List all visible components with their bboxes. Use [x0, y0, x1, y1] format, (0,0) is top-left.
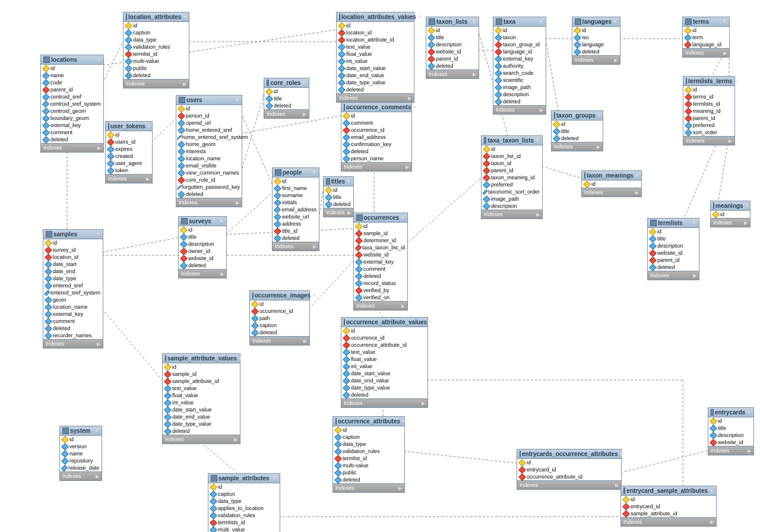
attribute-row[interactable]: centroid_geom	[41, 107, 103, 115]
entity-terms[interactable]: terms▼idtermlanguage_idIndexes▶	[682, 17, 730, 58]
attribute-row[interactable]: taxonomic_sort_order	[482, 188, 542, 195]
attribute-row[interactable]: comment	[43, 318, 103, 325]
indexes-footer[interactable]: Indexes▶	[582, 188, 641, 197]
attribute-row[interactable]: entrycard_id	[621, 503, 716, 510]
entity-header[interactable]: user_tokens▼	[106, 122, 152, 131]
attribute-row[interactable]: occurrence_attribute_id	[341, 341, 428, 349]
entity-taxon_meanings[interactable]: taxon_meanings▼idIndexes▶	[581, 170, 642, 197]
attribute-row[interactable]: description	[482, 202, 542, 210]
attribute-row[interactable]: id	[250, 300, 309, 308]
attribute-row[interactable]: title	[264, 95, 309, 102]
attribute-row[interactable]: image_path	[493, 84, 546, 91]
attribute-row[interactable]: id	[517, 459, 621, 466]
attribute-row[interactable]: validation_rules	[208, 512, 280, 519]
entity-occurrences[interactable]: occurrences▼idsample_iddeterminer_idtaxa…	[353, 213, 408, 311]
entity-occurrence_images[interactable]: occurrence_images▼idoccurrence_idpathcap…	[249, 290, 310, 346]
attribute-row[interactable]: deleted	[163, 428, 240, 435]
attribute-row[interactable]: address	[273, 220, 319, 227]
attribute-row[interactable]: data_type	[333, 441, 404, 448]
indexes-footer[interactable]: Indexes▶	[124, 79, 189, 88]
attribute-row[interactable]: external_key	[41, 122, 103, 129]
attribute-row[interactable]: deleted	[176, 191, 242, 198]
attribute-row[interactable]: caption	[333, 433, 404, 441]
attribute-row[interactable]: date_end_value	[337, 72, 414, 79]
entity-location_attributes[interactable]: location_attributes▼idcaptiondata_typeva…	[123, 12, 189, 88]
attribute-row[interactable]: confirmation_key	[341, 141, 411, 148]
attribute-row[interactable]: date_type_value	[337, 79, 414, 86]
attribute-row[interactable]: title	[648, 235, 699, 242]
attribute-row[interactable]: taxon_meaning_id	[482, 174, 542, 181]
attribute-row[interactable]: language	[572, 41, 620, 48]
attribute-row[interactable]: entered_sref	[43, 282, 103, 289]
attribute-row[interactable]: caption	[208, 490, 280, 498]
attribute-row[interactable]: id	[683, 27, 729, 34]
indexes-footer[interactable]: Indexes▶	[683, 48, 729, 57]
attribute-row[interactable]: occurrence_attribute_id	[517, 473, 621, 480]
attribute-row[interactable]: entrycard_id	[517, 466, 621, 473]
attribute-row[interactable]: name	[41, 72, 103, 79]
indexes-footer[interactable]: Indexes▶	[176, 198, 242, 207]
entity-header[interactable]: termlists_terms▼	[683, 77, 734, 86]
attribute-row[interactable]: date_type_value	[163, 420, 240, 428]
indexes-footer[interactable]: Indexes▶	[163, 435, 240, 444]
attribute-row[interactable]: person_name	[341, 155, 411, 162]
attribute-row[interactable]: id	[354, 223, 407, 230]
entity-header[interactable]: system▼	[60, 426, 102, 436]
attribute-row[interactable]: date_start_value	[341, 370, 428, 377]
entity-termlists_terms[interactable]: termlists_terms▼idterms_idtermlists_idme…	[683, 76, 735, 145]
attribute-row[interactable]: language_id	[493, 48, 546, 55]
attribute-row[interactable]: location_id	[337, 29, 414, 36]
entity-samples[interactable]: samples▼idsurvey_idlocation_iddate_start…	[43, 229, 103, 349]
attribute-row[interactable]: id	[179, 226, 226, 233]
entity-header[interactable]: taxon_groups▼	[552, 111, 603, 121]
attribute-row[interactable]: date_start_value	[337, 65, 414, 72]
entity-titles[interactable]: titles▼idtitledeletedIndexes▶	[323, 176, 354, 217]
attribute-row[interactable]: taxon_id	[482, 160, 542, 167]
attribute-row[interactable]: int_value	[341, 363, 428, 370]
entity-header[interactable]: terms▼	[683, 17, 729, 27]
attribute-row[interactable]: preferred	[482, 181, 542, 188]
attribute-row[interactable]: description	[426, 41, 479, 48]
entity-termlists[interactable]: termlists▼idtitledescriptionwebsite_idpa…	[647, 218, 699, 280]
indexes-footer[interactable]: Indexes▶	[250, 336, 309, 345]
attribute-row[interactable]: users_id	[106, 138, 152, 145]
entity-header[interactable]: meanings▼	[711, 201, 750, 211]
attribute-row[interactable]: applies_to_location	[208, 505, 280, 512]
attribute-row[interactable]: title	[324, 194, 353, 201]
attribute-row[interactable]: home_geom	[176, 141, 242, 148]
entity-system[interactable]: system▼idversionnamerepositoryrelease_da…	[59, 426, 102, 481]
attribute-row[interactable]: core_role_id	[176, 176, 242, 183]
attribute-row[interactable]: id	[341, 327, 428, 334]
attribute-row[interactable]: deleted	[333, 476, 404, 483]
attribute-row[interactable]: id	[493, 27, 546, 34]
attribute-row[interactable]: sample_id	[163, 370, 240, 378]
attribute-row[interactable]: home_entered_sref	[176, 126, 242, 134]
indexes-footer[interactable]: Indexes▶	[621, 517, 716, 526]
attribute-row[interactable]: deleted	[264, 102, 309, 109]
attribute-row[interactable]: description	[493, 91, 546, 98]
attribute-row[interactable]: website_url	[273, 213, 319, 220]
attribute-row[interactable]: iso	[572, 34, 620, 41]
attribute-row[interactable]: taxa_taxon_list_id	[354, 244, 407, 251]
entity-taxa[interactable]: taxa▼idtaxontaxon_group_idlanguage_idext…	[493, 17, 546, 115]
entity-entrycards[interactable]: entrycards▼idtitledescriptionwebsite_idI…	[708, 407, 754, 455]
attribute-row[interactable]: float_value	[341, 356, 428, 363]
attribute-row[interactable]: deleted	[341, 391, 428, 398]
attribute-row[interactable]: float_value	[163, 392, 240, 399]
attribute-row[interactable]: description	[708, 432, 753, 439]
attribute-row[interactable]: id	[552, 121, 603, 128]
attribute-row[interactable]: multi_value	[208, 526, 280, 532]
entity-taxon_groups[interactable]: taxon_groups▼idtitledeletedIndexes▶	[551, 110, 603, 151]
attribute-row[interactable]: survey_id	[43, 246, 103, 254]
attribute-row[interactable]: id	[648, 228, 699, 235]
attribute-row[interactable]: deleted	[41, 136, 103, 143]
entity-header[interactable]: sample_attribute_values▼	[163, 354, 240, 363]
entity-locations[interactable]: locations▼idnamecodeparent_idcentroid_sr…	[40, 55, 104, 153]
attribute-row[interactable]: parent_id	[426, 55, 479, 62]
attribute-row[interactable]: date_start	[43, 261, 103, 268]
attribute-row[interactable]: title	[552, 128, 603, 135]
indexes-footer[interactable]: Indexes▶	[572, 55, 620, 64]
entity-sample_attributes[interactable]: sample_attributes▼idcaptiondata_typeappl…	[208, 473, 280, 532]
attribute-row[interactable]: boundary_geom	[41, 115, 103, 122]
attribute-row[interactable]: taxon	[493, 34, 546, 41]
